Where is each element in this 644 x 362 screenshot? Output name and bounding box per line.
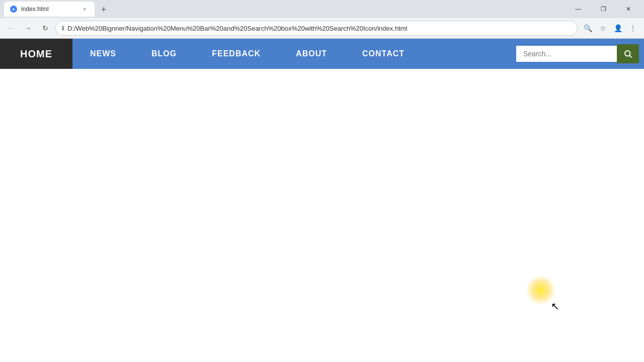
nav-link-feedback[interactable]: FEEDBACK — [194, 39, 278, 69]
nav-home-link[interactable]: HOME — [0, 39, 72, 69]
cursor-glow — [526, 275, 556, 305]
forward-button[interactable]: → — [21, 21, 35, 35]
minimize-button[interactable]: — — [567, 0, 590, 18]
search-input[interactable] — [516, 46, 617, 62]
bookmark-button[interactable]: ☆ — [596, 21, 610, 35]
navbar: HOME NEWS BLOG FEEDBACK ABOUT CONTACT — [0, 39, 644, 69]
svg-line-1 — [629, 55, 631, 57]
browser-chrome: ● index.html × + — ❐ ✕ ← → ↻ ℹ D:/Web%20… — [0, 0, 644, 39]
nav-links: NEWS BLOG FEEDBACK ABOUT CONTACT — [72, 39, 516, 69]
new-tab-button[interactable]: + — [97, 3, 111, 17]
tab-area: ● index.html × + — [4, 2, 562, 17]
search-button[interactable] — [617, 44, 639, 63]
profile-button[interactable]: 👤 — [611, 21, 625, 35]
tab-favicon: ● — [10, 6, 17, 13]
nav-link-about[interactable]: ABOUT — [278, 39, 345, 69]
search-icon-button[interactable]: 🔍 — [581, 21, 595, 35]
active-tab[interactable]: ● index.html × — [4, 2, 95, 17]
nav-link-contact[interactable]: CONTACT — [345, 39, 422, 69]
tab-title: index.html — [21, 6, 49, 13]
maximize-button[interactable]: ❐ — [592, 0, 615, 18]
url-display: D:/Web%20Bignner/Navigation%20Menu%20Bar… — [67, 25, 571, 32]
info-icon: ℹ — [62, 25, 64, 32]
close-button[interactable]: ✕ — [617, 0, 640, 18]
main-content: ↖ — [0, 69, 644, 340]
more-options-button[interactable]: ⋮ — [626, 21, 640, 35]
website-content: HOME NEWS BLOG FEEDBACK ABOUT CONTACT ↖ — [0, 39, 644, 340]
tab-close-button[interactable]: × — [80, 5, 89, 13]
nav-link-news[interactable]: NEWS — [72, 39, 134, 69]
address-bar[interactable]: ℹ D:/Web%20Bignner/Navigation%20Menu%20B… — [55, 21, 578, 36]
reload-button[interactable]: ↻ — [38, 21, 52, 35]
search-container — [516, 44, 639, 63]
address-bar-row: ← → ↻ ℹ D:/Web%20Bignner/Navigation%20Me… — [0, 18, 644, 38]
nav-link-blog[interactable]: BLOG — [134, 39, 194, 69]
title-bar: ● index.html × + — ❐ ✕ — [0, 0, 644, 18]
address-bar-actions: 🔍 ☆ 👤 ⋮ — [581, 21, 640, 35]
window-controls: — ❐ ✕ — [567, 0, 640, 18]
back-button[interactable]: ← — [4, 21, 18, 35]
cursor-arrow: ↖ — [551, 300, 559, 312]
search-icon — [623, 49, 632, 58]
